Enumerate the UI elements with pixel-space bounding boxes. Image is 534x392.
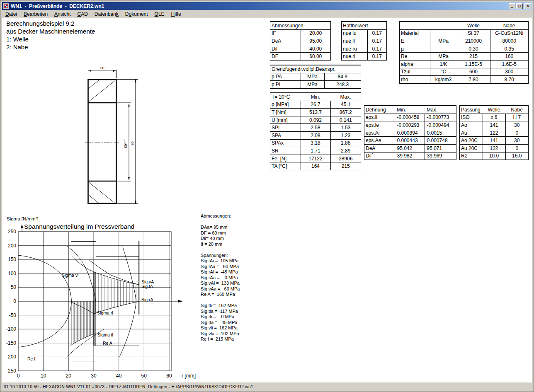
table-cell: 122 bbox=[483, 144, 505, 152]
table-cell: 1/K bbox=[430, 60, 457, 68]
page-heading: Berechnungsbeispiel 9.2aus Decker Maschi… bbox=[6, 19, 95, 51]
table-cell: H 7 bbox=[505, 114, 529, 121]
table-cell: Min. bbox=[301, 93, 330, 101]
passung-table: PassungWelleNabeISOx 6H 7Ao14130Au1220Ao… bbox=[459, 105, 529, 160]
table-cell: 0.17 bbox=[367, 37, 387, 45]
data-table: WelleNabeMaterialSt 37G-CuSn12NiEMPa2100… bbox=[399, 21, 529, 84]
table-cell: 3.18 bbox=[301, 139, 330, 147]
table-cell: x 6 bbox=[483, 114, 505, 121]
title-bar[interactable]: WN1 - Preßverbände - DECKER2.wn1 _ □ × bbox=[2, 2, 532, 10]
close-button[interactable]: × bbox=[524, 3, 531, 9]
table-cell: -0.000773 bbox=[425, 114, 456, 121]
table-cell: Max. bbox=[330, 93, 361, 101]
svg-text:150: 150 bbox=[8, 256, 16, 262]
menu-item-ole[interactable]: OLE bbox=[151, 11, 168, 17]
table-cell: 8.70 bbox=[490, 76, 529, 84]
text-line: Sig.vla = 102 MPa bbox=[201, 331, 240, 337]
menu-item-datenbank[interactable]: Datenbank bbox=[91, 11, 122, 17]
svg-text:Sig.tA: Sig.tA bbox=[141, 284, 153, 289]
table-cell: nue ru bbox=[342, 45, 368, 53]
grenzfugendruck-table: Grenzfugendr.vollpl.Beanspr.p PAMPa84.9p… bbox=[270, 65, 361, 89]
text-line: Re I = 215 MPa bbox=[201, 336, 240, 342]
x-tick-labels: 0 10 20 30 40 50 60 bbox=[17, 373, 172, 379]
table-cell: 0.35 bbox=[490, 45, 529, 53]
table-cell: Ao bbox=[460, 121, 483, 129]
y-axis-title: Sigma [N/mm²] bbox=[7, 216, 39, 221]
table-cell: 39.969 bbox=[425, 152, 456, 160]
table-cell: kg/dm3 bbox=[430, 76, 457, 84]
table-cell: Abmessungen bbox=[270, 22, 331, 30]
table-cell: Au bbox=[460, 129, 483, 137]
table-cell: Dil´ bbox=[364, 152, 395, 160]
text-line: Sig.tli = -162 MPa bbox=[201, 303, 240, 309]
table-cell: 80000 bbox=[490, 37, 529, 45]
menu-item-dokument[interactable]: Dokument bbox=[122, 11, 151, 17]
minimize-button[interactable]: _ bbox=[509, 3, 515, 9]
table-cell: 30 bbox=[505, 137, 529, 145]
text-line: 1: Welle bbox=[6, 35, 95, 43]
svg-text:-200: -200 bbox=[6, 354, 16, 360]
table-cell: 7.80 bbox=[457, 76, 490, 84]
text-line: Abmessungen: bbox=[201, 213, 240, 219]
table-cell: 2.89 bbox=[330, 147, 361, 155]
svg-text:20: 20 bbox=[66, 373, 72, 379]
table-cell: Fe [N] bbox=[270, 155, 301, 162]
table-cell: Re bbox=[400, 53, 430, 60]
table-cell: p PA bbox=[270, 73, 301, 81]
haftbeiwert-table: Haftbeiwertnue lu0.17nue ll0.17nue ru0.1… bbox=[341, 21, 387, 60]
table-cell: 0.17 bbox=[367, 45, 387, 53]
svg-text:50: 50 bbox=[11, 284, 17, 290]
text-line: Sig.rAi = -45 MPa bbox=[201, 269, 240, 275]
table-cell: nue lu bbox=[342, 29, 368, 37]
table-cell: 45.1 bbox=[330, 101, 361, 109]
text-line: Dli= 40 mm bbox=[201, 236, 240, 242]
table-cell: p PI bbox=[270, 81, 301, 89]
text-line bbox=[201, 298, 240, 303]
dimension-lines bbox=[88, 70, 138, 204]
menu-item-datei[interactable]: Datei bbox=[2, 11, 20, 17]
text-line: aus Decker Maschinenelemente bbox=[6, 27, 95, 35]
text-line: Sig.tla = -117 MPa bbox=[201, 309, 240, 315]
table-cell: °C bbox=[430, 68, 457, 76]
table-cell: -0.000458 bbox=[395, 114, 425, 121]
menu-item-bearbeiten[interactable]: Bearbeiten bbox=[20, 11, 51, 17]
table-cell: SPA bbox=[270, 131, 301, 139]
table-cell: 28906 bbox=[330, 155, 361, 162]
menu-item-ansicht[interactable]: Ansicht bbox=[51, 11, 74, 17]
stress-chart: Sigma [N/mm²] Spannungsverteilung im Pre… bbox=[5, 215, 197, 385]
table-cell: 1.88 bbox=[330, 139, 361, 147]
menu-item-hilfe[interactable]: Hilfe bbox=[168, 11, 184, 17]
table-cell: Nabe bbox=[490, 22, 529, 30]
text-line bbox=[201, 247, 240, 253]
text-line: Sig.rla = -45 MPa bbox=[201, 320, 240, 326]
maximize-button[interactable]: □ bbox=[516, 3, 523, 9]
table-cell bbox=[430, 45, 457, 53]
svg-text:-250: -250 bbox=[6, 368, 16, 374]
svg-text:50: 50 bbox=[141, 373, 147, 379]
menu-item-cad[interactable]: CAD bbox=[74, 11, 91, 17]
table-cell: 1.53 bbox=[330, 124, 361, 132]
table-cell bbox=[430, 22, 457, 30]
table-cell: Haftbeiwert bbox=[342, 22, 387, 30]
table-cell: 1.71 bbox=[301, 147, 330, 155]
window-title: WN1 - Preßverbände - DECKER2.wn1 bbox=[11, 3, 508, 9]
table-cell: 0.17 bbox=[367, 29, 387, 37]
svg-text:30: 30 bbox=[91, 373, 97, 379]
data-table: Haftbeiwertnue lu0.17nue ll0.17nue ru0.1… bbox=[341, 21, 387, 60]
table-cell: 1.6E-5 bbox=[490, 60, 529, 68]
text-line: DF = 60 mm bbox=[201, 230, 240, 236]
table-cell: 95.00 bbox=[301, 37, 331, 45]
table-cell: eps.li bbox=[364, 114, 395, 121]
press-fit-drawing: 20 60H 7 95 bbox=[81, 65, 143, 210]
svg-text:-150: -150 bbox=[6, 340, 16, 346]
dim-bore-label: 60H 7 bbox=[124, 140, 128, 148]
table-cell: SPI bbox=[270, 124, 301, 132]
table-cell: Welle bbox=[457, 22, 490, 30]
data-table: Grenzfugendr.vollpl.Beanspr.p PAMPa84.9p… bbox=[270, 65, 361, 89]
table-cell: µ bbox=[400, 45, 430, 53]
table-cell: DeA bbox=[270, 37, 301, 45]
table-cell: Passung bbox=[460, 106, 483, 114]
table-cell: DF bbox=[270, 53, 301, 60]
table-cell: 1.15E-5 bbox=[457, 60, 490, 68]
table-cell: 40.00 bbox=[301, 45, 331, 53]
